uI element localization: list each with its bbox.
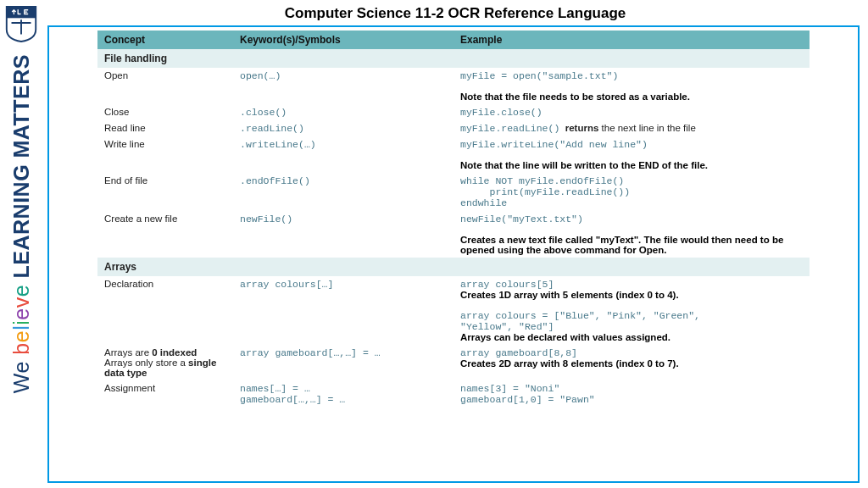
concept-cell: Close [97, 104, 233, 120]
col-header-keyword: Keyword(s)/Symbols [233, 30, 453, 49]
row-2d: Arrays are 0 indexed Arrays only store a… [97, 345, 810, 380]
concept-cell: End of file [97, 173, 233, 211]
row-declaration: Declaration array colours[…] array colou… [97, 276, 810, 345]
keyword-cell: .writeLine(…) [233, 136, 453, 173]
row-readline: Read line .readLine() myFile.readLine() … [97, 120, 810, 136]
example-cell: myFile = open("sample.txt") Note that th… [453, 68, 810, 104]
page-title: Computer Science 11-2 OCR Reference Lang… [42, 5, 868, 22]
section-arrays: Arrays [97, 258, 810, 276]
svg-rect-0 [7, 7, 36, 18]
row-writeline: Write line .writeLine(…) myFile.writeLin… [97, 136, 810, 173]
keyword-cell: names[…] = … gameboard[…,…] = … [233, 380, 453, 408]
concept-cell: Create a new file [97, 211, 233, 258]
keyword-cell: open(…) [233, 68, 453, 104]
row-eof: End of file .endOfFile() while NOT myFil… [97, 173, 810, 211]
example-cell: myFile.readLine() returns the next line … [453, 120, 810, 136]
example-cell: myFile.close() [453, 104, 810, 120]
reference-table: Concept Keyword(s)/Symbols Example File … [97, 30, 810, 408]
concept-cell: Assignment [97, 380, 233, 408]
concept-cell: Write line [97, 136, 233, 173]
content-frame: Concept Keyword(s)/Symbols Example File … [47, 25, 860, 483]
example-cell: newFile("myText.txt") Creates a new text… [453, 211, 810, 258]
keyword-cell: .close() [233, 104, 453, 120]
keyword-cell: array gameboard[…,…] = … [233, 345, 453, 380]
concept-cell: Read line [97, 120, 233, 136]
keyword-cell: array colours[…] [233, 276, 453, 345]
col-header-concept: Concept [97, 30, 233, 49]
keyword-cell: .readLine() [233, 120, 453, 136]
sidebar: We believe LEARNING MATTERS [0, 0, 42, 488]
keyword-cell: newFile() [233, 211, 453, 258]
table-header-row: Concept Keyword(s)/Symbols Example [97, 30, 810, 49]
example-cell: names[3] = "Noni" gameboard[1,0] = "Pawn… [453, 380, 810, 408]
example-cell: array gameboard[8,8] Creates 2D array wi… [453, 345, 810, 380]
example-cell: while NOT myFile.endOfFile() print(myFil… [453, 173, 810, 211]
row-assignment: Assignment names[…] = … gameboard[…,…] =… [97, 380, 810, 408]
concept-cell: Arrays are 0 indexed Arrays only store a… [97, 345, 233, 380]
row-open: Open open(…) myFile = open("sample.txt")… [97, 68, 810, 104]
keyword-cell: .endOfFile() [233, 173, 453, 211]
example-cell: array colours[5] Creates 1D array with 5… [453, 276, 810, 345]
concept-cell: Open [97, 68, 233, 104]
row-newfile: Create a new file newFile() newFile("myT… [97, 211, 810, 258]
col-header-example: Example [453, 30, 810, 49]
vertical-motto: We believe LEARNING MATTERS [9, 54, 34, 393]
example-cell: myFile.writeLine("Add new line") Note th… [453, 136, 810, 173]
school-logo [4, 5, 38, 42]
section-file-handling: File handling [97, 49, 810, 68]
concept-cell: Declaration [97, 276, 233, 345]
row-close: Close .close() myFile.close() [97, 104, 810, 120]
